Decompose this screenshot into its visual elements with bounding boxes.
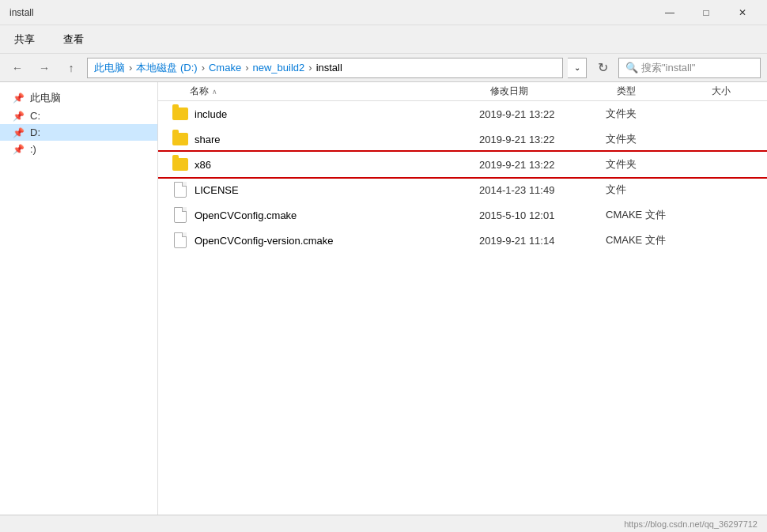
folder-icon (171, 130, 190, 149)
file-name: OpenCVConfig-version.cmake (195, 235, 479, 247)
nav-forward-button[interactable]: → (33, 58, 55, 78)
file-name: share (195, 134, 479, 145)
file-icon (171, 180, 190, 199)
sidebar-item-c[interactable]: 📌 C: (0, 108, 157, 124)
search-placeholder: 搜索"install" (641, 61, 695, 75)
address-dropdown-button[interactable]: ⌄ (568, 58, 587, 78)
file-name: LICENSE (195, 184, 479, 196)
window-title: install (9, 7, 34, 18)
file-date: 2014-1-23 11:49 (479, 184, 606, 196)
file-row-x86[interactable]: x86 2019-9-21 13:22 文件夹 (158, 152, 767, 177)
file-date: 2019-9-21 13:22 (479, 159, 606, 171)
address-bar: ← → ↑ 此电脑 › 本地磁盘 (D:) › Cmake › new_buil… (0, 54, 767, 82)
maximize-button[interactable]: □ (688, 0, 724, 25)
path-segment-cmake[interactable]: Cmake (209, 62, 241, 74)
search-icon: 🔍 (625, 62, 638, 74)
nav-up-button[interactable]: ↑ (60, 58, 82, 78)
path-segment-install: install (316, 62, 342, 74)
toolbar: 共享 查看 (0, 25, 767, 54)
path-segment-computer[interactable]: 此电脑 (94, 61, 125, 75)
pin-icon: 📌 (13, 144, 25, 155)
status-bar: https://blog.csdn.net/qq_36297712 (0, 515, 767, 532)
toolbar-view[interactable]: 查看 (59, 29, 89, 50)
file-type: CMAKE 文件 (606, 233, 701, 247)
file-type: 文件夹 (606, 107, 701, 121)
file-row-opencvconfig-version[interactable]: OpenCVConfig-version.cmake 2019-9-21 11:… (158, 228, 767, 253)
file-type: 文件 (606, 183, 701, 197)
refresh-button[interactable]: ↻ (591, 58, 614, 78)
window-controls: — □ ✕ (652, 0, 761, 25)
main-area: 📌 此电脑 📌 C: 📌 D: 📌 :) 名称 修改日期 类型 大小 (0, 82, 767, 515)
path-segment-newbuild2[interactable]: new_build2 (253, 62, 305, 74)
toolbar-share[interactable]: 共享 (9, 29, 40, 50)
file-type: CMAKE 文件 (606, 208, 701, 222)
file-row-license[interactable]: LICENSE 2014-1-23 11:49 文件 (158, 177, 767, 202)
sidebar: 📌 此电脑 📌 C: 📌 D: 📌 :) (0, 82, 158, 515)
col-header-date[interactable]: 修改日期 (490, 85, 617, 98)
col-header-type[interactable]: 类型 (617, 85, 712, 98)
sidebar-item-computer[interactable]: 📌 此电脑 (0, 89, 157, 108)
file-row-include[interactable]: include 2019-9-21 13:22 文件夹 (158, 101, 767, 126)
file-type: 文件夹 (606, 157, 701, 172)
file-date: 2019-9-21 13:22 (479, 134, 606, 145)
col-header-size[interactable]: 大小 (712, 85, 767, 98)
path-segment-drive[interactable]: 本地磁盘 (D:) (136, 61, 197, 75)
file-area: 名称 修改日期 类型 大小 include 2019-9-21 13:22 文件… (158, 82, 767, 515)
col-header-name[interactable]: 名称 (190, 85, 490, 98)
watermark: https://blog.csdn.net/qq_36297712 (624, 519, 758, 529)
search-box[interactable]: 🔍 搜索"install" (618, 58, 761, 78)
sidebar-item-misc[interactable]: 📌 :) (0, 141, 157, 157)
pin-icon: 📌 (13, 111, 25, 122)
pin-icon: 📌 (13, 92, 25, 104)
file-name: OpenCVConfig.cmake (195, 209, 479, 221)
file-name: include (195, 108, 479, 120)
file-type: 文件夹 (606, 132, 701, 146)
file-icon (171, 206, 190, 224)
address-path[interactable]: 此电脑 › 本地磁盘 (D:) › Cmake › new_build2 › i… (87, 58, 563, 78)
file-icon (171, 231, 190, 250)
file-name: x86 (195, 159, 479, 171)
title-bar: install — □ ✕ (0, 0, 767, 25)
close-button[interactable]: ✕ (724, 0, 761, 25)
sidebar-item-d[interactable]: 📌 D: (0, 124, 157, 141)
file-date: 2015-5-10 12:01 (479, 209, 606, 221)
folder-icon (171, 104, 190, 123)
nav-back-button[interactable]: ← (6, 58, 28, 78)
file-row-opencvconfig[interactable]: OpenCVConfig.cmake 2015-5-10 12:01 CMAKE… (158, 202, 767, 228)
minimize-button[interactable]: — (652, 0, 688, 25)
column-header: 名称 修改日期 类型 大小 (158, 82, 767, 101)
pin-icon: 📌 (13, 127, 25, 138)
file-date: 2019-9-21 11:14 (479, 235, 606, 247)
folder-icon (171, 155, 190, 174)
file-date: 2019-9-21 13:22 (479, 108, 606, 120)
file-row-share[interactable]: share 2019-9-21 13:22 文件夹 (158, 126, 767, 152)
